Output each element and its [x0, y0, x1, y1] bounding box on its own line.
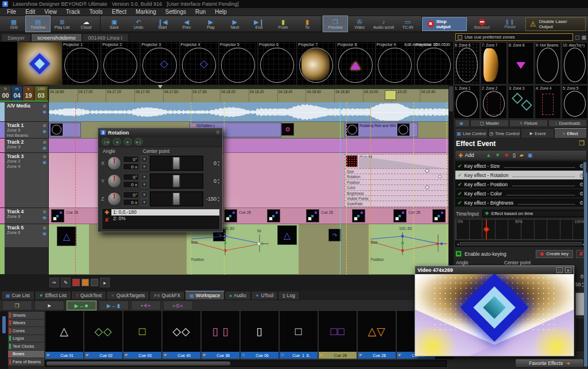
panel-sub-tab[interactable]: ➤ Event: [521, 128, 554, 139]
zone-single-view-icon[interactable]: ▢: [575, 34, 580, 40]
red-swatch[interactable]: [72, 279, 80, 286]
cue-cell[interactable]: △▽ ☛ Cue 28: [357, 310, 396, 359]
panel-tab[interactable]: ↓ Downloads: [548, 120, 587, 127]
nav-prev-button[interactable]: ◀: [113, 138, 121, 145]
favorite-effects-button[interactable]: Favorite Effects ➜: [515, 359, 584, 368]
cue28-event[interactable]: Cue 28: [393, 209, 420, 222]
cue-param-row[interactable]: Rotation: [345, 174, 447, 179]
projector-cell[interactable]: Projector 9: [376, 42, 415, 85]
create-key-button[interactable]: Create key: [536, 250, 573, 258]
toolbar-view-button[interactable]: ✇ Video: [347, 16, 372, 32]
workspace-category[interactable]: Sheets: [8, 312, 44, 320]
angle-degrees-field[interactable]: 0°: [123, 156, 139, 163]
zone-cell[interactable]: 8: Zone 8: [508, 42, 534, 84]
track-mute-icon[interactable]: ⊘: [42, 123, 47, 128]
nav-next-button[interactable]: ▶: [123, 138, 132, 145]
rotation-dialog-titlebar[interactable]: 3 Rotation ⚙: [98, 128, 222, 137]
track-label[interactable]: Track 5 Zone 6 ⊘ ◉: [0, 224, 48, 275]
toolbar-transport-button[interactable]: ▶ Next: [223, 16, 247, 32]
track-output-icon[interactable]: ◉: [42, 215, 47, 220]
track-label[interactable]: A/V Media ⊘ ◉: [0, 102, 48, 122]
cue-param-row[interactable]: Position: [345, 179, 447, 184]
move-down-icon[interactable]: ▼: [495, 152, 500, 158]
cue28-event[interactable]: Cue 28: [51, 209, 78, 222]
pencil-tool-icon[interactable]: ✎: [61, 278, 71, 287]
toolbar-transport-button[interactable]: ▣ Save: [102, 16, 126, 32]
zone-cell[interactable]: 4: Zone 4: [535, 85, 561, 119]
nav-end-button[interactable]: ▶❙: [134, 138, 143, 145]
center-point-slider[interactable]: [150, 174, 203, 189]
track-output-icon[interactable]: ◉: [42, 129, 47, 134]
toolbar-view-button[interactable]: ▭ TC-IN: [396, 16, 420, 32]
add-icon[interactable]: ✚: [458, 152, 463, 159]
track-mute-icon[interactable]: ⊘: [42, 140, 47, 145]
zone-cell[interactable]: 1: Zone 1: [454, 85, 480, 119]
workspace-tool-button[interactable]: ▶↔■: [67, 301, 96, 310]
toolbar-transport-button[interactable]: ▶❙ End: [247, 16, 271, 32]
dropdown-icon[interactable]: ▼: [141, 191, 148, 198]
cue11-event[interactable]: Cue 11 SizeRotationPositionColorBrightne…: [345, 154, 448, 207]
track-label[interactable]: Track 2 Zone 3 ⊘ ◉: [0, 139, 48, 153]
gray-swatch[interactable]: [91, 279, 98, 286]
menu-item[interactable]: Run: [191, 9, 210, 15]
menu-item[interactable]: View: [40, 9, 61, 15]
effect-ruler-scrollbar[interactable]: ◂ ▸: [455, 241, 586, 247]
bottom-tab[interactable]: ▯ Log: [278, 291, 300, 300]
toolbar-transport-button[interactable]: ◀ Prev: [175, 16, 199, 32]
playhead-marker[interactable]: [158, 85, 163, 89]
menu-item[interactable]: Help: [210, 9, 231, 15]
cue28-event[interactable]: [432, 209, 446, 222]
dialog-gear-icon[interactable]: ⚙: [216, 130, 220, 135]
track-output-icon[interactable]: ◉: [42, 231, 47, 236]
projector-cell[interactable]: Projector 4: [180, 42, 219, 85]
cue-param-row[interactable]: Brightness: [345, 190, 447, 195]
cue-cell[interactable]: ◇◇ ☛ Cue 40: [162, 310, 201, 359]
dropdown-icon[interactable]: ▼: [141, 156, 148, 163]
track-mute-icon[interactable]: ⊘: [42, 154, 47, 159]
zone-cell[interactable]: 7: Zone 7: [481, 42, 507, 84]
track-output-icon[interactable]: ◉: [42, 160, 47, 165]
new-page-icon[interactable]: ▯: [513, 152, 516, 158]
disable-laser-output-button[interactable]: ⚠ Disable Laser Output: [525, 17, 586, 31]
video-window-titlebar[interactable]: Video 474x269 □ ✕: [415, 266, 574, 274]
toolbar-transport-button[interactable]: ▮ To: [295, 16, 319, 32]
track-output-icon[interactable]: ◉: [42, 145, 47, 151]
angle-degrees-field[interactable]: 0°: [123, 174, 139, 180]
center-point-spinner[interactable]: 0 ▴▾: [205, 160, 219, 167]
zone-grid-view-icon[interactable]: ▦: [581, 34, 586, 40]
toolbar-view-button[interactable]: ♪ Audio scroll: [372, 16, 396, 32]
projector-cell[interactable]: Projector 6: [258, 42, 297, 85]
document-tab[interactable]: 001469 Linea I: [82, 33, 129, 42]
delete-key-icon[interactable]: ✘: [105, 217, 109, 223]
toolbar-transport-button[interactable]: ↶ Undo: [126, 16, 150, 32]
panel-sub-tab[interactable]: ≈ Effect: [554, 128, 587, 139]
panel-tab[interactable]: ≡ Fixture: [509, 120, 548, 127]
workspace-category[interactable]: Cones: [8, 327, 44, 335]
workspace-tool-button[interactable]: ▶↔▮: [99, 301, 129, 310]
cue-cell[interactable]: ▯ ✻ Cue 06: [240, 310, 279, 359]
orange-swatch[interactable]: [82, 279, 89, 286]
toolbar-transport-button[interactable]: ❙◀ Start: [150, 16, 175, 32]
effect-list-row[interactable]: ✔ Key effect - Color ⚙ ◷: [455, 189, 586, 198]
angle-degrees-field[interactable]: 0°: [123, 191, 139, 198]
triangle-cue-thumbnail[interactable]: △: [57, 226, 76, 246]
auto-keying-checkbox[interactable]: ✖: [455, 251, 462, 257]
effect-list-row[interactable]: ✔ Key effect - Size ⚙ ◷: [455, 162, 586, 171]
time-mode-dropdown[interactable]: ✚ Effect based on time: [482, 210, 586, 217]
cue-param-row[interactable]: ScanRate: [345, 201, 447, 206]
save-icon[interactable]: ▣: [528, 152, 533, 158]
blackout-button[interactable]: Blackout: [469, 17, 495, 32]
center-point-slider[interactable]: [150, 156, 203, 171]
side-spinner[interactable]: 50 ▴▾: [575, 281, 583, 288]
bottom-tab[interactable]: ▦ Cue List: [1, 291, 34, 300]
zone-cell[interactable]: 9: Hot Beams: [535, 42, 561, 84]
video-window[interactable]: Video 474x269 □ ✕: [415, 266, 574, 356]
bottom-tab[interactable]: ▼ Effect List: [34, 291, 71, 300]
menu-item[interactable]: Marking: [131, 9, 161, 15]
projector-cell[interactable]: Projector 10: [415, 42, 454, 85]
cue-cell[interactable]: □ ☛ Cue 03: [123, 310, 162, 359]
track-label[interactable]: Track 3 Zone 2 Zone 4 ⊘ ◉: [0, 153, 48, 208]
angle-multiplier-field[interactable]: 0 x: [123, 181, 139, 188]
track-label[interactable]: Track 4 Zone 8 ⊘ ◉: [0, 208, 48, 224]
projector-cell[interactable]: Projector 2: [101, 42, 140, 85]
